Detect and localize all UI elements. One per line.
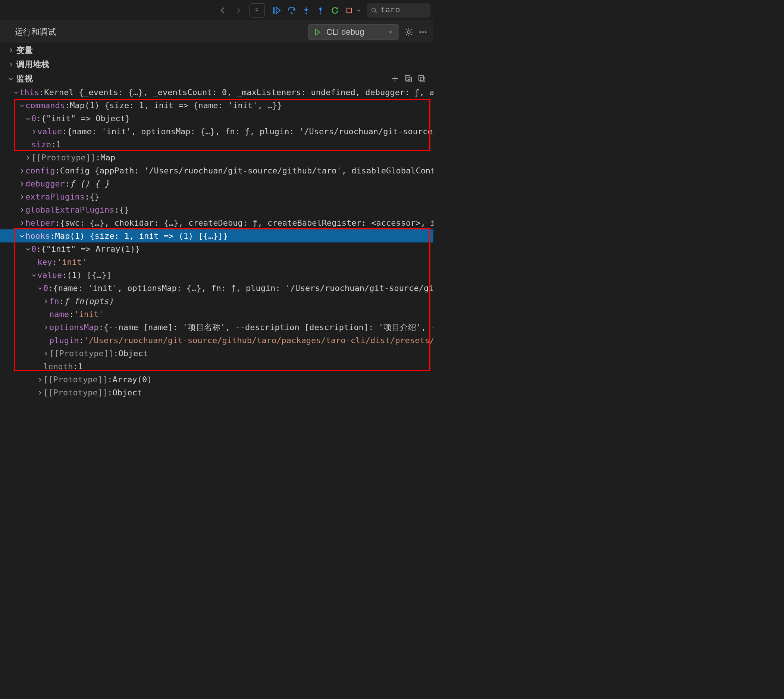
svg-point-15 — [425, 31, 426, 33]
debug-more-button[interactable] — [356, 7, 362, 13]
run-debug-header: 运行和调试 CLI debug — [0, 21, 433, 43]
more-icon[interactable] — [418, 28, 428, 36]
svg-rect-17 — [419, 76, 423, 80]
tree-row-name[interactable]: name: 'init' — [0, 308, 433, 321]
tree-row-config[interactable]: config: Config {appPath: '/Users/ruochua… — [0, 164, 433, 177]
chevron-right-icon — [19, 207, 25, 214]
play-icon — [314, 28, 321, 36]
svg-point-8 — [305, 12, 307, 14]
config-label: CLI debug — [327, 27, 382, 37]
chevron-down-icon — [36, 285, 43, 292]
tree-row-commands-0-value[interactable]: value: {name: 'init', optionsMap: {…}, f… — [0, 125, 433, 138]
chevron-down-icon — [19, 233, 25, 240]
gear-icon[interactable] — [404, 28, 413, 36]
chevron-right-icon — [43, 298, 49, 305]
svg-rect-6 — [273, 7, 275, 14]
variables-section: 变量 — [0, 43, 433, 58]
debug-continue-button[interactable] — [272, 6, 281, 15]
tree-row-hooks[interactable]: hooks: Map(1) {size: 1, init => (1) [{…}… — [0, 229, 433, 242]
chevron-down-icon — [19, 102, 25, 109]
chevron-down-icon — [25, 246, 31, 252]
tree-row-proto-object-2[interactable]: [[Prototype]]: Object — [0, 386, 433, 399]
svg-point-4 — [256, 10, 257, 10]
watch-section: 监视 this: Kernel {_events: {…}, _eventsCo… — [0, 71, 433, 399]
debug-config-dropdown[interactable]: CLI debug — [308, 24, 399, 40]
chevron-right-icon — [19, 167, 25, 174]
chevron-right-icon — [19, 181, 25, 187]
nav-back-button[interactable] — [215, 3, 230, 18]
svg-point-7 — [291, 12, 293, 14]
callstack-header[interactable]: 调用堆栈 — [0, 58, 433, 71]
svg-point-14 — [422, 31, 424, 33]
tree-row-this[interactable]: this: Kernel {_events: {…}, _eventsCount… — [0, 86, 433, 99]
panel-title: 运行和调试 — [15, 27, 56, 38]
svg-point-11 — [372, 8, 376, 12]
tree-row-commands-proto[interactable]: [[Prototype]]: Map — [0, 151, 433, 164]
tree-row-debugger[interactable]: debugger: ƒ () { } — [0, 177, 433, 190]
chevron-right-icon — [36, 389, 43, 396]
debug-step-into-button[interactable] — [302, 7, 310, 15]
debug-stop-button[interactable] — [345, 7, 353, 14]
tree-row-proto-object[interactable]: [[Prototype]]: Object — [0, 347, 433, 360]
tree-row-hooks-0-value-0[interactable]: 0: {name: 'init', optionsMap: {…}, fn: ƒ… — [0, 282, 433, 295]
add-icon[interactable] — [391, 75, 399, 83]
nav-forward-button[interactable] — [231, 3, 245, 18]
debug-step-over-button[interactable] — [287, 6, 296, 15]
chevron-right-icon — [43, 324, 49, 331]
tree-row-length[interactable]: length: 1 — [0, 360, 433, 373]
svg-point-3 — [255, 10, 255, 10]
chevron-right-icon — [19, 220, 25, 227]
watch-tree: this: Kernel {_events: {…}, _eventsCount… — [0, 86, 433, 399]
tree-row-hooks-0-value[interactable]: value: (1) [{…}] — [0, 268, 433, 282]
chevron-down-icon — [388, 29, 393, 35]
chevron-right-icon — [7, 61, 14, 68]
search-text: taro — [380, 6, 400, 15]
chevron-right-icon — [43, 350, 49, 357]
top-toolbar: taro — [0, 0, 433, 21]
chevron-right-icon — [25, 154, 31, 161]
chevron-down-icon — [25, 115, 31, 122]
collapse-all-icon[interactable] — [404, 75, 413, 83]
chevron-right-icon — [7, 47, 14, 54]
search-icon — [371, 7, 378, 14]
chevron-down-icon — [31, 272, 37, 278]
tree-row-optionsmap[interactable]: optionsMap: {--name [name]: '项目名称', --de… — [0, 321, 433, 334]
svg-point-0 — [255, 8, 255, 9]
tree-row-extraplugins[interactable]: extraPlugins: {} — [0, 190, 433, 203]
tree-row-commands-0[interactable]: 0: {"init" => Object} — [0, 112, 433, 125]
callstack-section: 调用堆栈 — [0, 58, 433, 71]
chevron-right-icon — [31, 128, 37, 135]
svg-point-1 — [256, 8, 257, 9]
tree-row-hooks-0[interactable]: 0: {"init" => Array(1)} — [0, 242, 433, 255]
svg-point-2 — [257, 8, 258, 9]
command-center[interactable] — [249, 3, 265, 18]
variables-header[interactable]: 变量 — [0, 43, 433, 58]
tree-row-proto-array[interactable]: [[Prototype]]: Array(0) — [0, 373, 433, 386]
svg-rect-10 — [347, 8, 352, 13]
expand-all-icon[interactable] — [418, 75, 426, 83]
svg-point-13 — [419, 31, 421, 33]
chevron-right-icon — [36, 376, 43, 383]
tree-row-plugin[interactable]: plugin: '/Users/ruochuan/git-source/gith… — [0, 334, 433, 347]
chevron-right-icon — [19, 194, 25, 200]
svg-point-9 — [320, 12, 321, 14]
tree-row-globalextraplugins[interactable]: globalExtraPlugins: {} — [0, 203, 433, 216]
tree-row-commands[interactable]: commands: Map(1) {size: 1, init => {name… — [0, 99, 433, 112]
tree-row-helper[interactable]: helper: {swc: {…}, chokidar: {…}, create… — [0, 216, 433, 229]
chevron-down-icon — [13, 89, 19, 96]
svg-point-12 — [407, 31, 410, 33]
debug-restart-button[interactable] — [330, 6, 340, 15]
watch-header[interactable]: 监视 — [0, 71, 433, 86]
tree-row-hooks-0-key[interactable]: key: 'init' — [0, 255, 433, 268]
debug-step-out-button[interactable] — [316, 7, 325, 15]
chevron-down-icon — [7, 75, 14, 82]
svg-point-5 — [257, 10, 258, 10]
search-box[interactable]: taro — [367, 3, 431, 18]
tree-row-fn[interactable]: fn: ƒ fn(opts) — [0, 295, 433, 308]
debug-toolbar — [269, 6, 366, 15]
tree-row-commands-size[interactable]: size: 1 — [0, 138, 433, 151]
